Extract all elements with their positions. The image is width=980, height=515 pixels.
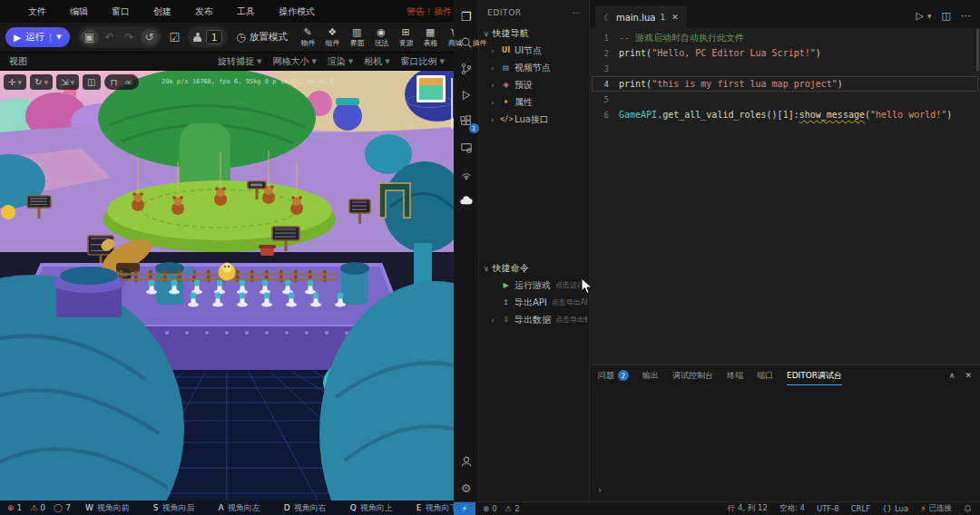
more-actions-icon[interactable]: ⋯: [961, 10, 971, 22]
code-line-5[interactable]: 5: [590, 92, 980, 107]
viewport-3d[interactable]: 28k p/s 16768, fps 6, 95kg 8 p in 0t, ms…: [0, 71, 454, 500]
snap-magnet-button[interactable]: ⊓: [107, 75, 122, 89]
panel-tab-输出[interactable]: 输出: [642, 365, 659, 385]
code-line-1[interactable]: 1-- 游戏启动时自动执行此文件: [590, 30, 980, 45]
toolbar-button-物件[interactable]: ✎物件: [296, 25, 320, 49]
close-icon[interactable]: ✕: [965, 371, 972, 380]
viewport-menu-渲染[interactable]: 渲染▼: [328, 55, 353, 68]
toolbar-button-界面[interactable]: ▥界面: [345, 25, 369, 49]
chevron-up-icon[interactable]: ∧: [949, 371, 956, 380]
panel-tab-端口[interactable]: 端口: [757, 365, 773, 385]
viewport-menu-相机[interactable]: 相机▼: [364, 55, 389, 68]
panel-tab-问题[interactable]: 问题2: [598, 365, 629, 385]
panel-tab-终端[interactable]: 终端: [727, 365, 743, 385]
player-count-box[interactable]: 1: [206, 30, 222, 44]
menu-item[interactable]: 工具: [225, 0, 267, 23]
status-空格: 4[interactable]: 空格: 4: [779, 503, 805, 514]
panel-tab-EDITOR调试台[interactable]: EDITOR调试台: [787, 365, 842, 385]
tab-main-lua[interactable]: ☾ main.lua 1 ✕: [595, 6, 687, 27]
notifications-bell-icon[interactable]: [964, 504, 972, 513]
code-line-3[interactable]: 3: [590, 61, 980, 76]
cloud-sync-icon[interactable]: [458, 192, 475, 209]
splitter-handle[interactable]: [451, 78, 453, 129]
local-space-button[interactable]: ◫: [83, 75, 99, 89]
problems-errors[interactable]: ⊗0: [483, 504, 497, 513]
menu-item[interactable]: 发布: [183, 0, 225, 23]
run-file-button[interactable]: ▷: [916, 10, 924, 22]
cmd-section-header[interactable]: ∨ 快捷命令: [479, 260, 589, 277]
status-已连接[interactable]: ⚡已连接: [920, 503, 952, 514]
cmd-item-运行游戏[interactable]: ▶运行游戏点击运行游戏: [479, 277, 589, 294]
menu-item[interactable]: 创建: [142, 0, 183, 23]
run-debug-icon[interactable]: [458, 87, 475, 103]
search-icon[interactable]: [458, 34, 475, 51]
code-line-6[interactable]: 6GameAPI.get_all_valid_roles()[1]:show_m…: [590, 107, 980, 122]
status-行 4, 列 12[interactable]: 行 4, 列 12: [728, 503, 768, 514]
toolbar-button-玩法[interactable]: ◉玩法: [369, 25, 394, 49]
remote-explorer-icon[interactable]: [458, 140, 475, 156]
toolbar-button-表格[interactable]: ▦表格: [418, 25, 443, 49]
viewport-menu-网格大小[interactable]: 网格大小▼: [272, 55, 316, 68]
account-icon[interactable]: [458, 453, 475, 470]
toolbar-button-资源[interactable]: ⊞资源: [394, 25, 418, 49]
cmd-item-导出数据[interactable]: ›⇩导出数据点击导出数据: [479, 311, 589, 328]
status-UTF-8[interactable]: UTF-8: [817, 504, 839, 513]
move-tool-button[interactable]: ✛▼: [5, 75, 25, 89]
revert-button[interactable]: ↺: [141, 29, 159, 45]
problems-warnings[interactable]: ⚠2: [505, 504, 520, 513]
code-editor[interactable]: 1-- 游戏启动时自动执行此文件2print("Hello, PC Editor…: [590, 27, 980, 364]
viewport-menu-窗口比例[interactable]: 窗口比例▼: [401, 55, 445, 68]
run-button[interactable]: ▶ 运行 | ▼: [5, 27, 70, 47]
menu-bar: 文件编辑窗口创建发布工具操作模式 警告！插件: [0, 0, 454, 23]
nav-section-header[interactable]: ∨ 快捷导航: [479, 25, 589, 42]
tree-item-预设[interactable]: ›◈预设: [479, 76, 589, 93]
remote-indicator[interactable]: ⚡: [454, 502, 475, 515]
code-line-2[interactable]: 2print("Hello, PC Editor Lua Script!"): [590, 45, 980, 61]
status-Lua[interactable]: {}Lua: [882, 504, 908, 513]
split-editor-button[interactable]: ◫: [942, 10, 951, 22]
more-actions-icon[interactable]: ⋯: [572, 8, 581, 17]
menu-item[interactable]: 编辑: [58, 0, 100, 23]
tree-item-视频节点[interactable]: ›▤视频节点: [479, 59, 589, 76]
cmd-item-导出API[interactable]: ↥导出API点击导出API: [479, 294, 589, 311]
status-CRLF[interactable]: CRLF: [851, 504, 870, 513]
hint-key: E: [416, 503, 422, 512]
scale-tool-button[interactable]: ⇲▼: [57, 75, 78, 89]
viewport-3d-scene[interactable]: 28k p/s 16768, fps 6, 95kg 8 p in 0t, ms…: [0, 71, 454, 500]
editor-actions: ▷▼ ◫ ⋯: [907, 10, 980, 27]
save-button[interactable]: ▣: [81, 29, 99, 45]
panel-tab-label: 终端: [727, 370, 743, 382]
selected-block-swatch[interactable]: [416, 75, 446, 102]
code-token: print: [619, 48, 646, 58]
panel-tab-label: 输出: [642, 370, 659, 382]
extensions-icon[interactable]: 1: [458, 113, 475, 130]
table-icon: ▦: [426, 25, 435, 38]
rotate-tool-button[interactable]: ↻▼: [31, 75, 52, 89]
swatch-top-color: [419, 78, 443, 85]
link-tool-button[interactable]: ∞: [121, 75, 135, 89]
toolbar-button-组件[interactable]: ❖组件: [320, 25, 345, 49]
menu-item[interactable]: 操作模式: [267, 0, 327, 23]
menu-label: 渲染: [328, 55, 346, 68]
source-control-icon[interactable]: [458, 61, 475, 77]
checklist-button[interactable]: ☑: [170, 31, 181, 44]
tree-item-label: 预设: [514, 79, 533, 92]
panel-tab-调试控制台[interactable]: 调试控制台: [672, 365, 713, 385]
close-icon[interactable]: ✕: [671, 13, 679, 22]
menu-item[interactable]: 文件: [16, 0, 58, 23]
tree-item-Lua接口[interactable]: ›</>Lua接口: [479, 111, 589, 128]
explorer-icon[interactable]: ❐: [458, 8, 475, 24]
viewport-menu-旋转捕捉[interactable]: 旋转捕捉▼: [218, 55, 261, 68]
code-line-4[interactable]: 4print("this is my first lua map project…: [590, 76, 980, 92]
menu-item[interactable]: 窗口: [100, 0, 142, 23]
placement-mode-button[interactable]: ◷ 放置模式: [236, 31, 287, 44]
debug-console-content[interactable]: ›: [590, 385, 980, 501]
panel-tab-label: EDITOR调试台: [787, 370, 842, 382]
redo-button[interactable]: ↷: [121, 29, 139, 45]
undo-button[interactable]: ↶: [101, 29, 119, 45]
tree-item-UI节点[interactable]: ›UIUI节点: [479, 42, 589, 59]
camera-hint-A: A视角向左: [219, 502, 260, 514]
settings-gear-icon[interactable]: ⚙: [458, 480, 475, 496]
tree-item-属性[interactable]: ›✦属性: [479, 93, 589, 111]
live-share-icon[interactable]: [458, 166, 475, 182]
